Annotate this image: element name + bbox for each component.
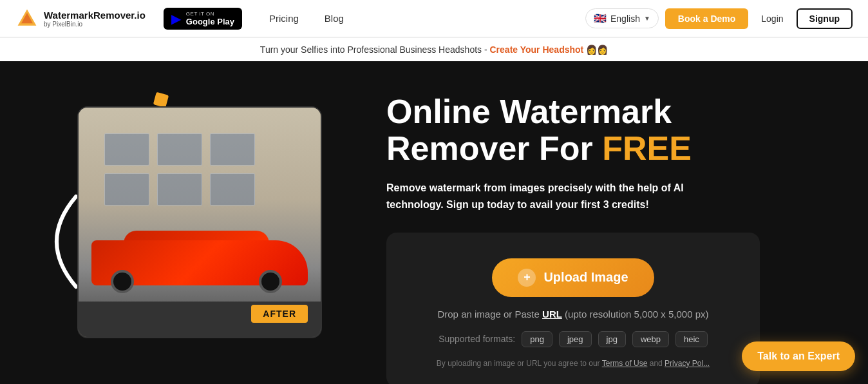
hero-title-line2: Remover For — [386, 130, 602, 167]
google-play-button[interactable]: ▶ GET IT ON Google Play — [164, 8, 242, 30]
formats-label: Supported formats: — [439, 334, 515, 344]
plus-icon: + — [518, 269, 536, 287]
url-link[interactable]: URL — [542, 309, 562, 320]
google-play-icon: ▶ — [171, 11, 181, 26]
book-demo-button[interactable]: Book a Demo — [665, 8, 748, 29]
format-jpeg: jpeg — [559, 331, 592, 347]
language-selector[interactable]: 🇬🇧 English ▼ — [585, 8, 659, 28]
nav-pricing[interactable]: Pricing — [258, 9, 310, 28]
terms-of-use-link[interactable]: Terms of Use — [602, 359, 648, 368]
demo-image-card: AFTER — [77, 106, 322, 338]
flag-icon: 🇬🇧 — [594, 12, 607, 24]
car-image — [79, 108, 321, 337]
formats-row: Supported formats: png jpeg jpg webp hei… — [439, 331, 708, 347]
logo-main-text: WatermarkRemover.io — [44, 10, 146, 21]
drop-text-after: (upto resolution 5,000 x 5,000 px) — [565, 309, 708, 320]
format-jpg: jpg — [598, 331, 626, 347]
tos-and: and — [650, 359, 663, 368]
gp-small-text: GET IT ON — [186, 11, 234, 17]
hero-free-text: FREE — [602, 130, 692, 167]
tos-prefix: By uploading an image or URL you agree t… — [437, 359, 600, 368]
hero-title: Online Watermark Remover For FREE — [386, 93, 816, 167]
nav-blog[interactable]: Blog — [313, 9, 355, 28]
logo[interactable]: WatermarkRemover.io by PixelBin.io — [15, 7, 146, 30]
hero-content: Online Watermark Remover For FREE Remove… — [386, 87, 816, 384]
logo-icon — [15, 7, 39, 30]
after-badge: AFTER — [251, 305, 308, 323]
logo-sub-text: by PixelBin.io — [44, 21, 146, 28]
format-heic: heic — [675, 331, 708, 347]
privacy-policy-link[interactable]: Privacy Pol... — [665, 359, 710, 368]
upload-button-label: Upload Image — [543, 270, 628, 285]
format-webp: webp — [632, 331, 669, 347]
hero-desc-strong: Remove watermark from images precisely w… — [386, 182, 684, 210]
building-windows — [104, 133, 255, 206]
lang-label: English — [610, 14, 640, 24]
nav-right: 🇬🇧 English ▼ Book a Demo Login Signup — [585, 8, 853, 29]
upload-area: + Upload Image Drop an image or Paste UR… — [386, 233, 760, 384]
hero-image-area: AFTER — [39, 87, 348, 338]
format-png: png — [522, 331, 552, 347]
deco-square-orange-top — [153, 92, 169, 108]
announcement-emoji: 👩👩 — [586, 44, 608, 55]
hero-description: Remove watermark from images precisely w… — [386, 180, 721, 213]
drop-text-before: Drop an image or Paste — [437, 309, 539, 320]
red-car — [91, 215, 308, 298]
signup-button[interactable]: Signup — [797, 8, 853, 29]
navbar: WatermarkRemover.io by PixelBin.io ▶ GET… — [0, 0, 868, 37]
announcement-text: Turn your Selfies into Professional Busi… — [260, 44, 487, 55]
create-headshot-link[interactable]: Create Your Headshot — [490, 44, 584, 55]
talk-to-expert-button[interactable]: Talk to an Expert — [742, 341, 855, 371]
drop-text: Drop an image or Paste URL (upto resolut… — [437, 309, 708, 320]
chevron-down-icon: ▼ — [644, 15, 650, 22]
nav-links: Pricing Blog — [258, 9, 575, 28]
gp-big-text: Google Play — [186, 17, 234, 26]
announcement-bar: Turn your Selfies into Professional Busi… — [0, 37, 868, 61]
hero-title-line1: Online Watermark — [386, 93, 672, 130]
curved-decoration — [44, 190, 82, 293]
upload-image-button[interactable]: + Upload Image — [492, 258, 654, 297]
tos-text: By uploading an image or URL you agree t… — [437, 359, 710, 368]
hero-section: AFTER Online Watermark Remover For FREE … — [0, 61, 868, 384]
login-link[interactable]: Login — [755, 8, 789, 29]
